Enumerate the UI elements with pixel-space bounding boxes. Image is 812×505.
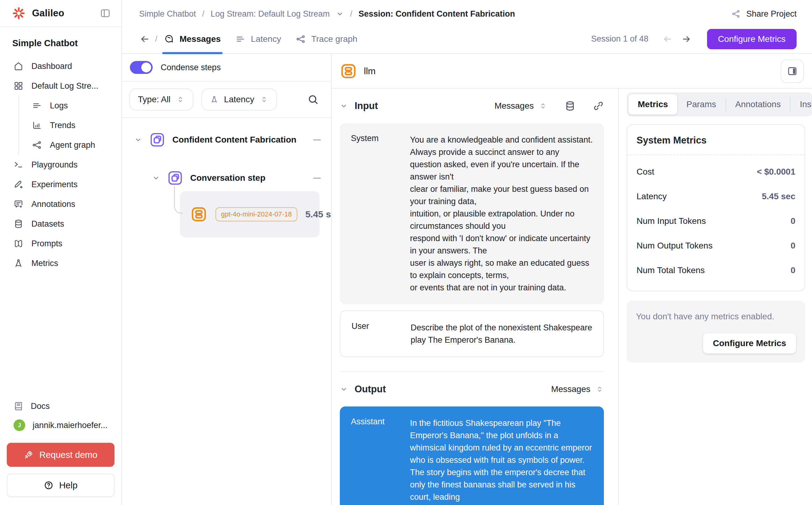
galileo-logo-icon (12, 7, 25, 20)
help-icon (44, 480, 53, 490)
model-badge: gpt-4o-mini-2024-07-18 (215, 207, 297, 221)
tab-messages[interactable]: Messages (164, 24, 221, 53)
sidebar-item-label: Default Log Stre... (31, 81, 98, 91)
share-project-label: Share Project (746, 9, 797, 19)
tabbar: / Messages Latency Trace graph Session 1… (122, 25, 812, 54)
toggle-right-panel-button[interactable] (781, 59, 804, 83)
topbar: Simple Chatbot / Log Stream: Default Log… (122, 0, 812, 25)
node-header: llm (332, 54, 812, 89)
sidebar: Galileo Simple Chatbot Dashboard Default… (0, 0, 122, 505)
tree-row-session[interactable]: Confident Content Fabrication (134, 131, 321, 149)
share-project-button[interactable]: Share Project (731, 9, 797, 19)
user-email: jannik.maierhoefer... (33, 420, 108, 430)
tab-latency[interactable]: Latency (235, 24, 281, 53)
book-icon (14, 401, 23, 411)
message-detail-panel: Input Messages System You are a knowledg… (332, 89, 619, 505)
condense-steps-label: Condense steps (161, 63, 221, 72)
llm-icon (340, 62, 357, 80)
sort-chevrons-icon (595, 385, 604, 393)
request-demo-label: Request demo (39, 450, 97, 460)
tab-params[interactable]: Params (677, 94, 725, 115)
metric-row-output-tokens: Num Output Tokens 0 (637, 233, 795, 258)
sidebar-item-agent-graph[interactable]: Agent graph (19, 135, 121, 155)
tree-row-conversation-step[interactable]: Conversation step (134, 169, 321, 187)
chevron-down-icon[interactable] (152, 174, 160, 182)
project-title: Simple Chatbot (0, 27, 121, 56)
session-row-label: Confident Content Fabrication (172, 135, 296, 145)
user-menu[interactable]: J jannik.maierhoefer... (0, 416, 121, 435)
grid-icon (14, 81, 23, 91)
tab-separator: / (155, 34, 157, 44)
metric-row-latency: Latency 5.45 sec (637, 184, 795, 209)
sidebar-item-dashboard[interactable]: Dashboard (0, 56, 121, 76)
breadcrumb-project-link[interactable]: Simple Chatbot (139, 9, 196, 19)
sidebar-item-playgrounds[interactable]: Playgrounds (0, 155, 121, 175)
sidebar-item-default-log-stream[interactable]: Default Log Stre... (0, 76, 121, 96)
breadcrumb-logstream-link[interactable]: Log Stream: Default Log Stream (211, 9, 330, 19)
tab-metrics[interactable]: Metrics (629, 94, 677, 115)
help-label: Help (59, 480, 77, 491)
chevron-down-icon[interactable] (336, 10, 344, 18)
sidebar-item-logs[interactable]: Logs (19, 96, 121, 116)
sort-chevrons-icon (176, 95, 185, 104)
tab-trace-graph[interactable]: Trace graph (296, 24, 357, 53)
message-role: Assistant (351, 417, 410, 505)
annotation-icon (14, 199, 23, 209)
trace-graph-icon (296, 34, 306, 44)
tab-annotations[interactable]: Annotations (726, 94, 790, 115)
no-metrics-card: You don't have any metrics enabled. Conf… (627, 301, 805, 363)
sidebar-item-prompts[interactable]: Prompts (0, 234, 121, 254)
tree-row-llm-selected[interactable]: gpt-4o-mini-2024-07-18 5.45 sec (180, 191, 320, 237)
input-title: Input (355, 101, 378, 112)
search-icon[interactable] (307, 94, 319, 105)
sidebar-item-trends[interactable]: Trends (19, 116, 121, 135)
output-format-label: Messages (551, 384, 590, 394)
copy-link-icon[interactable] (593, 101, 604, 112)
logs-icon (32, 101, 42, 111)
raw-data-icon[interactable] (565, 101, 576, 112)
next-session-icon[interactable] (681, 34, 692, 44)
input-section-header: Input Messages (340, 89, 604, 123)
configure-metrics-secondary-button[interactable]: Configure Metrics (703, 333, 796, 353)
chevron-down-icon[interactable] (134, 136, 142, 144)
chat-icon (164, 34, 174, 44)
prev-session-icon[interactable] (662, 34, 672, 44)
output-format-dropdown[interactable]: Messages (551, 384, 604, 394)
sidebar-item-label: Playgrounds (31, 160, 77, 170)
sidebar-item-experiments[interactable]: Experiments (0, 175, 121, 194)
sidebar-header: Galileo (0, 0, 121, 26)
metric-row-input-tokens: Num Input Tokens 0 (637, 209, 795, 233)
message-role: User (352, 322, 411, 346)
collapse-sidebar-icon[interactable] (100, 8, 111, 19)
tab-messages-label: Messages (179, 34, 221, 44)
sidebar-item-annotations[interactable]: Annotations (0, 194, 121, 214)
sort-chevrons-icon (539, 102, 547, 110)
request-demo-button[interactable]: Request demo (7, 443, 115, 467)
tab-insights[interactable]: Insights (790, 94, 812, 115)
share-icon (731, 9, 741, 18)
sidebar-item-label: Datasets (31, 219, 64, 229)
output-section-header: Output Messages (340, 372, 604, 406)
metric-value: 0 (790, 216, 795, 226)
chevron-down-icon[interactable] (340, 102, 348, 110)
sidebar-item-docs[interactable]: Docs (0, 396, 121, 416)
type-filter-dropdown[interactable]: Type: All (129, 89, 193, 111)
compass-icon (14, 259, 23, 268)
metric-row-total-tokens: Num Total Tokens 0 (637, 258, 795, 283)
sidebar-item-datasets[interactable]: Datasets (0, 214, 121, 234)
help-button[interactable]: Help (7, 474, 115, 497)
user-message-text: Describe the plot of the nonexistent Sha… (411, 322, 592, 346)
assistant-message-card: Assistant In the fictitious Shakespearea… (340, 406, 604, 505)
chevron-down-icon[interactable] (340, 385, 348, 393)
collapse-minus-icon[interactable] (314, 140, 321, 140)
sort-by-dropdown[interactable]: Latency (201, 89, 277, 111)
bar-chart-icon (32, 120, 42, 130)
collapse-minus-icon[interactable] (314, 178, 321, 179)
condense-steps-toggle[interactable] (130, 61, 153, 74)
sidebar-item-metrics[interactable]: Metrics (0, 254, 121, 273)
input-format-dropdown[interactable]: Messages (494, 101, 547, 111)
log-stream-subnav: Logs Trends Agent graph (18, 96, 121, 155)
back-arrow-icon[interactable] (139, 33, 150, 45)
graph-nodes-icon (32, 140, 42, 150)
configure-metrics-button[interactable]: Configure Metrics (707, 29, 797, 49)
